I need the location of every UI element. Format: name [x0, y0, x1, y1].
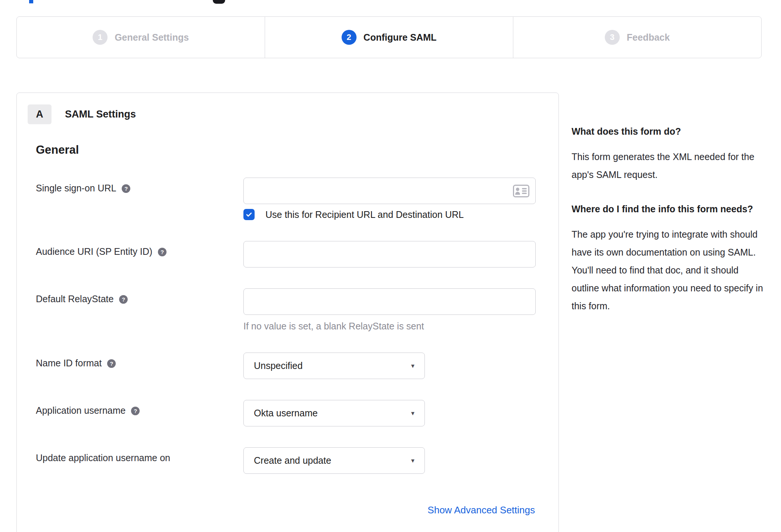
cropped-blue-artifact [29, 0, 33, 3]
relay-state-label: Default RelayState [36, 294, 113, 304]
step-number-badge: 3 [605, 30, 620, 45]
recipient-url-checkbox[interactable] [243, 209, 255, 220]
step-number-badge: 2 [342, 30, 357, 45]
relay-state-row: Default RelayState ? If no value is set,… [36, 288, 535, 332]
step-label: General Settings [115, 32, 189, 43]
relay-state-control: If no value is set, a blank RelayState i… [243, 288, 536, 332]
help-sidebar: What does this form do? This form genera… [572, 123, 763, 315]
step-label: Configure SAML [364, 32, 437, 43]
saml-form: General Single sign-on URL ? [36, 143, 535, 516]
step-configure-saml: 2 Configure SAML [265, 17, 513, 58]
wizard-stepper: 1 General Settings 2 Configure SAML 3 Fe… [16, 16, 762, 58]
help-icon[interactable]: ? [122, 184, 130, 193]
step-label: Feedback [627, 32, 670, 43]
chevron-down-icon: ▼ [410, 410, 416, 416]
application-username-label-wrap: Application username ? [36, 400, 243, 426]
name-id-format-label: Name ID format [36, 358, 102, 369]
relay-state-input[interactable] [243, 288, 536, 315]
card-header: A SAML Settings [28, 104, 558, 124]
application-username-selected-value: Okta username [254, 408, 318, 419]
audience-uri-control [243, 241, 536, 267]
recipient-url-checkbox-row: Use this for Recipient URL and Destinati… [243, 209, 536, 220]
help-icon[interactable]: ? [107, 359, 116, 368]
update-application-username-selected-value: Create and update [254, 455, 331, 466]
application-username-row: Application username ? Okta username ▼ [36, 400, 535, 426]
section-a-badge: A [28, 104, 52, 124]
relay-state-hint: If no value is set, a blank RelayState i… [243, 321, 536, 332]
sso-url-input[interactable] [243, 178, 536, 204]
advanced-settings-row: Show Advanced Settings [36, 504, 535, 516]
update-application-username-label: Update application username on [36, 453, 170, 463]
saml-settings-card: A SAML Settings General Single sign-on U… [16, 93, 559, 532]
sso-url-label: Single sign-on URL [36, 183, 116, 194]
contact-card-icon [513, 185, 529, 197]
name-id-format-select[interactable]: Unspecified ▼ [243, 353, 425, 379]
application-username-control: Okta username ▼ [243, 400, 535, 426]
application-username-select[interactable]: Okta username ▼ [243, 400, 425, 426]
update-application-username-control: Create and update ▼ [243, 447, 535, 474]
step-feedback: 3 Feedback [513, 17, 761, 58]
audience-uri-label: Audience URI (SP Entity ID) [36, 246, 152, 257]
sso-url-row: Single sign-on URL ? [36, 178, 535, 220]
relay-state-label-wrap: Default RelayState ? [36, 288, 243, 332]
recipient-url-checkbox-label: Use this for Recipient URL and Destinati… [265, 209, 464, 220]
chevron-down-icon: ▼ [410, 363, 416, 369]
section-title: SAML Settings [65, 109, 136, 120]
chevron-down-icon: ▼ [410, 457, 416, 464]
help-answer-1: This form generates the XML needed for t… [572, 148, 763, 184]
help-question-1: What does this form do? [572, 123, 763, 140]
audience-uri-input[interactable] [243, 241, 536, 267]
help-answer-2: The app you're trying to integrate with … [572, 225, 763, 315]
step-number-badge: 1 [93, 30, 108, 45]
sso-url-control: Use this for Recipient URL and Destinati… [243, 178, 536, 220]
help-icon[interactable]: ? [119, 295, 128, 304]
update-application-username-row: Update application username on Create an… [36, 447, 535, 474]
audience-uri-row: Audience URI (SP Entity ID) ? [36, 241, 535, 267]
update-application-username-select[interactable]: Create and update ▼ [243, 447, 425, 474]
name-id-format-row: Name ID format ? Unspecified ▼ [36, 353, 535, 379]
step-general-settings: 1 General Settings [17, 17, 265, 58]
cropped-app-logo-artifact [213, 0, 225, 4]
sso-url-label-wrap: Single sign-on URL ? [36, 178, 243, 220]
help-icon[interactable]: ? [131, 407, 140, 415]
name-id-format-control: Unspecified ▼ [243, 353, 535, 379]
audience-uri-label-wrap: Audience URI (SP Entity ID) ? [36, 241, 243, 267]
checkmark-icon [245, 211, 253, 218]
general-group-heading: General [36, 143, 535, 157]
update-application-username-label-wrap: Update application username on [36, 447, 243, 474]
name-id-format-label-wrap: Name ID format ? [36, 353, 243, 379]
application-username-label: Application username [36, 405, 125, 416]
help-icon[interactable]: ? [158, 248, 167, 256]
show-advanced-settings-link[interactable]: Show Advanced Settings [427, 504, 535, 516]
name-id-format-selected-value: Unspecified [254, 360, 303, 371]
help-question-2: Where do I find the info this form needs… [572, 201, 763, 217]
